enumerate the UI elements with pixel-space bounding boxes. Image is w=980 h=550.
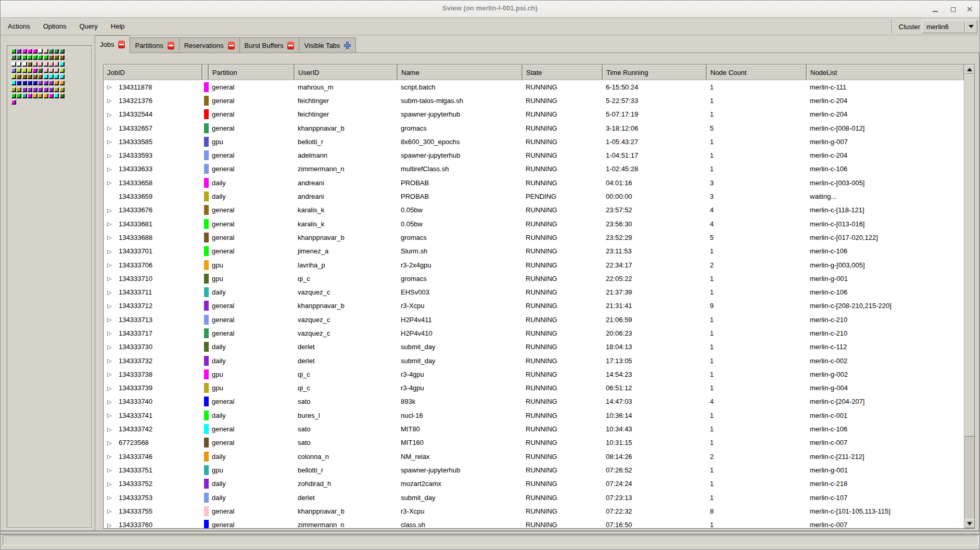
node-grid-cell[interactable]: [33, 62, 37, 67]
table-row[interactable]: ▷134333585gpubellotti_r8x600_300_epochsR…: [104, 135, 964, 148]
table-row[interactable]: ▷134333751gpubellotti_rspawner-jupyterhu…: [104, 463, 964, 477]
table-row[interactable]: ▷134333658dailyandreaniPROBABRUNNING04:0…: [104, 176, 964, 189]
add-icon[interactable]: [344, 42, 351, 49]
table-row[interactable]: ▷134333732dailyderletsubmit_dayRUNNING17…: [104, 354, 964, 367]
node-grid-cell[interactable]: [54, 87, 59, 92]
scroll-up-button[interactable]: [964, 65, 975, 74]
node-grid-cell[interactable]: [11, 55, 16, 60]
column-header-state[interactable]: State: [523, 65, 603, 80]
column-header-color[interactable]: [202, 65, 209, 80]
scrollbar-thumb[interactable]: [964, 74, 975, 437]
remove-icon[interactable]: [118, 41, 125, 48]
tab-jobs[interactable]: Jobs: [95, 35, 130, 53]
node-grid-cell[interactable]: [60, 68, 65, 73]
table-row[interactable]: ▷134333741dailybures_lnucl-16RUNNING10:3…: [104, 408, 964, 422]
table-row[interactable]: ▷134333738gpuqi_cr3-4gpuRUNNING14:54:231…: [104, 367, 964, 381]
node-grid-cell[interactable]: [11, 81, 16, 85]
cluster-combobox[interactable]: merlin6: [922, 20, 977, 33]
node-grid-cell[interactable]: [54, 49, 59, 54]
node-grid-cell[interactable]: [44, 81, 48, 85]
node-grid-cell[interactable]: [49, 87, 54, 92]
column-header-node-count[interactable]: Node Count: [707, 65, 807, 80]
node-grid-cell[interactable]: [28, 68, 32, 73]
node-grid-cell[interactable]: [60, 62, 65, 67]
node-grid-cell[interactable]: [28, 74, 32, 79]
table-row[interactable]: ▷134333688generalkhanppnavar_bgromacsRUN…: [104, 231, 964, 244]
node-grid-cell[interactable]: [60, 74, 65, 79]
table-row[interactable]: ▷134333755generalkhanppnavar_br3-XcpuRUN…: [104, 504, 964, 518]
column-header-nodelist[interactable]: NodeList: [807, 65, 964, 80]
row-expander-icon[interactable]: ▷: [107, 94, 114, 107]
remove-icon[interactable]: [228, 42, 235, 49]
tab-reservations[interactable]: Reservations: [180, 37, 240, 53]
row-expander-icon[interactable]: ▷: [107, 354, 114, 367]
table-row[interactable]: ▷134333740generalsato893kRUNNING14:47:03…: [104, 395, 964, 408]
menu-query[interactable]: Query: [73, 20, 103, 32]
node-grid-cell[interactable]: [44, 74, 48, 79]
node-grid-cell[interactable]: [49, 94, 54, 98]
column-header-userid[interactable]: UserID: [295, 65, 398, 80]
node-grid-cell[interactable]: [11, 74, 16, 79]
node-grid-cell[interactable]: [28, 62, 32, 67]
node-grid-cell[interactable]: [11, 87, 16, 92]
maximize-button[interactable]: [947, 4, 959, 15]
row-expander-icon[interactable]: ▷: [107, 518, 114, 528]
node-grid-cell[interactable]: [49, 81, 54, 85]
row-expander-icon[interactable]: ▷: [107, 436, 114, 450]
row-expander-icon[interactable]: ▷: [107, 245, 114, 258]
node-grid-cell[interactable]: [60, 81, 65, 85]
table-row[interactable]: ▷134333676generalkaralis_k0.05bwRUNNING2…: [104, 203, 964, 217]
node-grid-cell[interactable]: [44, 55, 48, 60]
column-header-time-running[interactable]: Time Running: [603, 65, 707, 80]
row-expander-icon[interactable]: ▷: [107, 80, 114, 94]
remove-icon[interactable]: [168, 42, 174, 49]
row-expander-icon[interactable]: ▷: [107, 504, 114, 518]
node-grid-cell[interactable]: [60, 49, 65, 54]
node-grid-cell[interactable]: [11, 100, 16, 105]
node-grid-cell[interactable]: [33, 55, 37, 60]
node-grid-cell[interactable]: [44, 62, 48, 67]
remove-icon[interactable]: [287, 42, 294, 49]
node-grid-cell[interactable]: [28, 55, 32, 60]
tab-partitions[interactable]: Partitions: [130, 37, 179, 53]
column-header-partition[interactable]: Partition: [209, 65, 295, 80]
node-grid-cell[interactable]: [33, 81, 37, 85]
tab-burst-buffers[interactable]: Burst Buffers: [240, 37, 300, 53]
table-row[interactable]: ▷134333593generaladelmannspawner-jupyter…: [104, 148, 964, 162]
row-expander-icon[interactable]: ▷: [107, 272, 114, 285]
node-grid-cell[interactable]: [28, 81, 32, 85]
node-grid-cell[interactable]: [44, 94, 48, 98]
row-expander-icon[interactable]: ▷: [107, 326, 114, 340]
minimize-button[interactable]: [930, 4, 941, 15]
node-grid-cell[interactable]: [49, 49, 54, 54]
table-row[interactable]: 134333659dailyandreaniPROBABPENDING00:00…: [104, 189, 964, 203]
table-row[interactable]: ▷134311878generalmahrous_mscript.batchRU…: [104, 80, 964, 94]
row-expander-icon[interactable]: ▷: [107, 450, 114, 463]
table-row[interactable]: ▷134333706gpulavriha_pr3-2x4gpuRUNNING22…: [104, 258, 964, 272]
table-row[interactable]: ▷134333713generalvazquez_cH2P4v411RUNNIN…: [104, 313, 964, 326]
node-grid-cell[interactable]: [60, 55, 65, 60]
row-expander-icon[interactable]: ▷: [107, 477, 114, 491]
menu-help[interactable]: Help: [105, 20, 131, 32]
row-expander-icon[interactable]: ▷: [107, 108, 114, 121]
row-expander-icon[interactable]: ▷: [107, 408, 114, 422]
vertical-scrollbar[interactable]: [964, 65, 974, 528]
table-row[interactable]: ▷134333717generalvazquez_cH2P4v410RUNNIN…: [104, 326, 964, 340]
row-expander-icon[interactable]: ▷: [107, 149, 114, 162]
node-grid-cell[interactable]: [38, 55, 43, 60]
node-grid-cell[interactable]: [49, 55, 54, 60]
row-expander-icon[interactable]: ▷: [107, 121, 114, 135]
node-grid-cell[interactable]: [17, 81, 21, 85]
tab-visible-tabs[interactable]: Visible Tabs: [299, 37, 356, 53]
table-row[interactable]: ▷134333760generalzimmermann_nclass.shRUN…: [104, 518, 964, 529]
node-grid-cell[interactable]: [49, 74, 54, 79]
column-header-name[interactable]: Name: [398, 65, 523, 80]
node-grid-cell[interactable]: [11, 94, 16, 98]
row-expander-icon[interactable]: ▷: [107, 203, 114, 217]
table-row[interactable]: ▷134333681generalkaralis_k0.05bwRUNNING2…: [104, 217, 964, 231]
scroll-down-button[interactable]: [964, 519, 975, 528]
table-row[interactable]: ▷134333710gpuqi_cgromacsRUNNING22:05:221…: [104, 272, 964, 285]
node-grid-cell[interactable]: [33, 94, 37, 98]
row-expander-icon[interactable]: ▷: [107, 162, 114, 176]
node-grid-cell[interactable]: [22, 62, 27, 67]
